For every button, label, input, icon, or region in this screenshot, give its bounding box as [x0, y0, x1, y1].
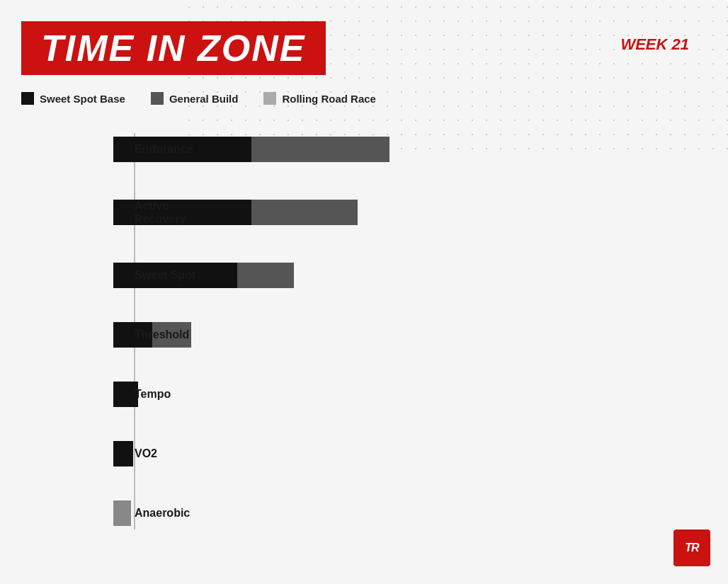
legend: Sweet Spot Base General Build Rolling Ro…: [21, 92, 728, 105]
header-banner: TIME IN ZONE: [21, 21, 326, 75]
page-title: TIME IN ZONE: [41, 28, 306, 69]
row-label-active-recovery: Active Recovery: [135, 199, 216, 226]
bar-segment-gb: [113, 500, 131, 526]
legend-swatch-rolling-road-race: [263, 92, 276, 105]
row-label-endurance: Endurance: [135, 142, 216, 156]
legend-label-general-build: General Build: [169, 93, 239, 105]
bar-group-anaerobic: [113, 500, 131, 526]
legend-item-sweet-spot-base: Sweet Spot Base: [21, 92, 125, 105]
row-label-threshold: Threshold: [135, 328, 216, 341]
row-label-vo2: VO2: [135, 447, 216, 460]
table-row: VO2: [113, 437, 700, 470]
table-row: Sweet Spot: [113, 259, 700, 292]
legend-item-rolling-road-race: Rolling Road Race: [263, 92, 376, 105]
week-label: WEEK 21: [620, 35, 689, 54]
legend-label-rolling-road-race: Rolling Road Race: [282, 93, 376, 105]
tr-logo-text: TR: [685, 542, 698, 554]
bar-segment-ssb: [113, 441, 133, 466]
row-label-tempo: Tempo: [135, 387, 216, 401]
row-label-anaerobic: Anaerobic: [135, 506, 216, 520]
bar-group-vo2: [113, 441, 133, 466]
legend-item-general-build: General Build: [151, 92, 239, 105]
table-row: Endurance: [113, 133, 700, 166]
chart-container: Endurance Active Recovery Sweet Spot Thr…: [21, 133, 700, 529]
table-row: Anaerobic: [113, 497, 700, 529]
table-row: Active Recovery: [113, 193, 700, 232]
legend-swatch-sweet-spot-base: [21, 92, 34, 105]
legend-label-sweet-spot-base: Sweet Spot Base: [40, 93, 125, 105]
tr-logo: TR: [673, 529, 710, 566]
table-row: Threshold: [113, 319, 700, 351]
bar-segment-gb: [251, 200, 358, 225]
table-row: Tempo: [113, 378, 700, 411]
bar-segment-gb: [251, 137, 389, 162]
legend-swatch-general-build: [151, 92, 164, 105]
bar-segment-gb: [237, 263, 294, 288]
row-label-sweet-spot: Sweet Spot: [135, 268, 216, 282]
